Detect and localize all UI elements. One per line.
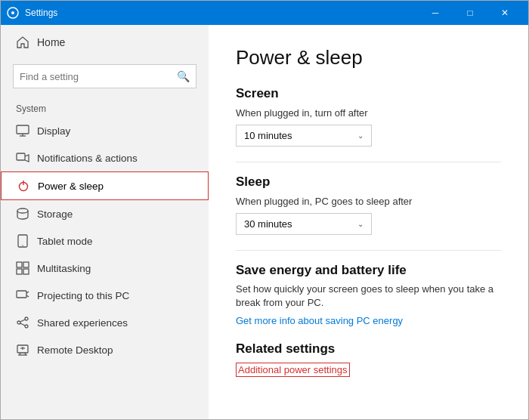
sleep-dropdown-value: 30 minutes — [244, 218, 292, 230]
svg-rect-14 — [23, 269, 29, 274]
close-button[interactable]: ✕ — [487, 1, 522, 25]
sleep-dropdown-arrow: ⌄ — [357, 220, 363, 228]
save-energy-link[interactable]: Get more info about saving PC energy — [236, 315, 403, 326]
svg-rect-12 — [23, 262, 29, 267]
section-divider-1 — [236, 162, 501, 162]
storage-label: Storage — [37, 208, 73, 220]
screen-dropdown-value: 10 minutes — [244, 130, 292, 141]
tablet-icon — [16, 234, 29, 248]
sidebar-item-remote[interactable]: Remote Desktop — [1, 336, 209, 363]
sleep-heading: Sleep — [236, 174, 501, 190]
save-energy-heading: Save energy and battery life — [236, 263, 501, 278]
window-title: Settings — [25, 8, 418, 18]
search-input[interactable] — [20, 71, 177, 82]
projecting-icon — [16, 289, 29, 302]
screen-heading: Screen — [236, 86, 501, 101]
sidebar-item-shared[interactable]: Shared experiences — [1, 309, 209, 336]
svg-rect-5 — [17, 153, 25, 160]
projecting-label: Projecting to this PC — [37, 290, 129, 301]
svg-rect-13 — [17, 269, 22, 274]
notifications-label: Notifications & actions — [37, 153, 138, 164]
multitasking-label: Multitasking — [37, 263, 91, 274]
svg-line-21 — [20, 320, 25, 322]
remote-icon — [16, 343, 29, 357]
multitasking-icon — [16, 261, 29, 275]
storage-icon — [16, 207, 29, 221]
home-label: Home — [37, 36, 65, 48]
sleep-label: When plugged in, PC goes to sleep after — [236, 196, 501, 207]
svg-point-8 — [17, 208, 28, 213]
save-energy-desc: Set how quickly your screen goes to slee… — [236, 283, 501, 310]
sleep-dropdown[interactable]: 30 minutes ⌄ — [236, 213, 372, 235]
notifications-icon — [16, 151, 29, 165]
svg-point-18 — [25, 317, 28, 320]
svg-point-1 — [11, 11, 14, 14]
page-title: Power & sleep — [236, 46, 501, 69]
sidebar-item-projecting[interactable]: Projecting to this PC — [1, 282, 209, 309]
maximize-button[interactable]: □ — [453, 1, 487, 25]
sidebar-item-display[interactable]: Display — [1, 117, 209, 144]
svg-point-19 — [17, 321, 20, 324]
sidebar-item-tablet[interactable]: Tablet mode — [1, 227, 209, 255]
svg-line-22 — [20, 323, 25, 326]
shared-label: Shared experiences — [37, 317, 128, 329]
display-label: Display — [37, 125, 70, 137]
additional-power-settings-link[interactable]: Additional power settings — [236, 363, 350, 377]
svg-point-10 — [22, 245, 23, 246]
svg-rect-2 — [17, 125, 29, 134]
sidebar-item-power[interactable]: Power & sleep — [1, 171, 209, 200]
sidebar: Home 🔍 System Display — [1, 25, 209, 419]
sidebar-item-storage[interactable]: Storage — [1, 200, 209, 227]
screen-dropdown[interactable]: 10 minutes ⌄ — [236, 125, 372, 147]
section-divider-2 — [236, 250, 501, 251]
app-icon — [7, 7, 19, 19]
related-heading: Related settings — [236, 341, 501, 357]
svg-point-20 — [25, 325, 28, 328]
main-content: Home 🔍 System Display — [1, 25, 528, 419]
related-section: Related settings Additional power settin… — [236, 341, 501, 377]
sidebar-item-home[interactable]: Home — [1, 25, 209, 60]
sidebar-item-notifications[interactable]: Notifications & actions — [1, 144, 209, 171]
home-icon — [16, 36, 29, 49]
power-label: Power & sleep — [38, 181, 104, 192]
screen-dropdown-arrow: ⌄ — [357, 131, 363, 140]
svg-rect-15 — [17, 291, 26, 298]
settings-window: Settings ─ □ ✕ Home 🔍 — [0, 0, 529, 420]
screen-label: When plugged in, turn off after — [236, 107, 501, 119]
tablet-label: Tablet mode — [37, 236, 93, 247]
detail-panel: Power & sleep Screen When plugged in, tu… — [209, 25, 528, 419]
remote-label: Remote Desktop — [37, 344, 113, 356]
minimize-button[interactable]: ─ — [418, 1, 453, 25]
search-icon: 🔍 — [177, 70, 190, 82]
power-icon — [17, 179, 30, 193]
shared-icon — [16, 316, 29, 329]
display-icon — [16, 124, 29, 137]
svg-rect-11 — [17, 262, 22, 267]
search-box[interactable]: 🔍 — [13, 64, 196, 88]
sidebar-section-label: System — [1, 97, 209, 117]
title-bar: Settings ─ □ ✕ — [1, 1, 528, 25]
sidebar-item-multitasking[interactable]: Multitasking — [1, 255, 209, 282]
window-controls: ─ □ ✕ — [418, 1, 522, 25]
